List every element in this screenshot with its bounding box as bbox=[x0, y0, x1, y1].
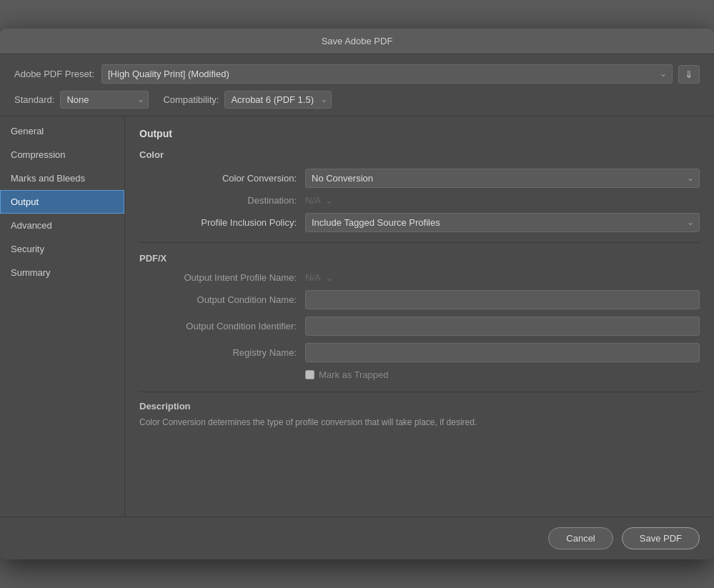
color-conversion-label: Color Conversion: bbox=[139, 173, 297, 184]
sidebar-item-summary[interactable]: Summary bbox=[0, 261, 124, 284]
registry-name-row: Registry Name: bbox=[139, 343, 700, 362]
description-text: Color Conversion determines the type of … bbox=[139, 416, 700, 429]
title-bar: Save Adobe PDF bbox=[0, 29, 714, 54]
profile-inclusion-select-wrapper: Include Tagged Source ProfilesInclude Al… bbox=[305, 213, 700, 232]
color-conversion-select-wrapper: No ConversionConvert to DestinationConve… bbox=[305, 169, 700, 188]
description-title: Description bbox=[139, 401, 700, 412]
mark-as-trapped-label[interactable]: Mark as Trapped bbox=[319, 369, 389, 380]
sidebar-item-output[interactable]: Output bbox=[0, 190, 124, 214]
preset-select-wrapper: [High Quality Print] (Modified)[Press Qu… bbox=[101, 64, 673, 84]
color-conversion-control: No ConversionConvert to DestinationConve… bbox=[305, 169, 700, 188]
profile-inclusion-row: Profile Inclusion Policy: Include Tagged… bbox=[139, 213, 700, 232]
output-condition-id-input[interactable] bbox=[305, 317, 700, 336]
mark-as-trapped-row: Mark as Trapped bbox=[305, 369, 700, 380]
sidebar-item-general[interactable]: General bbox=[0, 119, 124, 143]
profile-inclusion-label: Profile Inclusion Policy: bbox=[139, 217, 297, 228]
std-compat-row: Standard: NonePDF/X-1a:2001PDF/X-3:2002P… bbox=[14, 91, 700, 109]
sidebar: General Compression Marks and Bleeds Out… bbox=[0, 116, 125, 517]
destination-na: N/A ⌄ bbox=[305, 195, 700, 206]
dialog-title: Save Adobe PDF bbox=[322, 36, 393, 46]
compatibility-label: Compatibility: bbox=[163, 94, 219, 105]
sidebar-item-security[interactable]: Security bbox=[0, 237, 124, 261]
description-section: Description Color Conversion determines … bbox=[139, 392, 700, 429]
output-condition-id-row: Output Condition Identifier: bbox=[139, 317, 700, 336]
output-intent-chevron-icon: ⌄ bbox=[325, 272, 333, 283]
compatibility-group: Compatibility: Acrobat 4 (PDF 1.3)Acroba… bbox=[163, 91, 332, 109]
compatibility-select-wrapper: Acrobat 4 (PDF 1.3)Acrobat 5 (PDF 1.4)Ac… bbox=[224, 91, 332, 109]
registry-name-control bbox=[305, 343, 700, 362]
pdfx-section-label: PDF/X bbox=[139, 253, 700, 264]
download-icon: ⇓ bbox=[685, 69, 693, 80]
profile-inclusion-control: Include Tagged Source ProfilesInclude Al… bbox=[305, 213, 700, 232]
destination-row: Destination: N/A ⌄ bbox=[139, 195, 700, 206]
preset-select[interactable]: [High Quality Print] (Modified)[Press Qu… bbox=[101, 64, 673, 84]
output-condition-id-control bbox=[305, 317, 700, 336]
divider-1 bbox=[139, 242, 700, 243]
sidebar-item-marks-and-bleeds[interactable]: Marks and Bleeds bbox=[0, 166, 124, 190]
mark-as-trapped-checkbox[interactable] bbox=[305, 370, 314, 379]
standard-label: Standard: bbox=[14, 94, 54, 105]
destination-label: Destination: bbox=[139, 195, 297, 206]
color-section-label: Color bbox=[139, 149, 700, 160]
output-panel: Output Color Color Conversion: No Conver… bbox=[125, 116, 714, 517]
registry-name-input[interactable] bbox=[305, 343, 700, 362]
sidebar-item-advanced[interactable]: Advanced bbox=[0, 214, 124, 237]
preset-row: Adobe PDF Preset: [High Quality Print] (… bbox=[14, 64, 700, 84]
preset-label: Adobe PDF Preset: bbox=[14, 69, 94, 79]
save-pdf-button[interactable]: Save PDF bbox=[622, 527, 700, 549]
destination-chevron-icon: ⌄ bbox=[325, 195, 333, 206]
output-intent-na: N/A ⌄ bbox=[305, 272, 700, 283]
top-controls: Adobe PDF Preset: [High Quality Print] (… bbox=[0, 54, 714, 116]
registry-name-label: Registry Name: bbox=[139, 347, 297, 358]
standard-select[interactable]: NonePDF/X-1a:2001PDF/X-3:2002PDF/X-4:200… bbox=[60, 91, 149, 109]
output-condition-name-control bbox=[305, 290, 700, 309]
output-condition-name-input[interactable] bbox=[305, 290, 700, 309]
save-pdf-dialog: Save Adobe PDF Adobe PDF Preset: [High Q… bbox=[0, 29, 714, 559]
compatibility-select[interactable]: Acrobat 4 (PDF 1.3)Acrobat 5 (PDF 1.4)Ac… bbox=[224, 91, 332, 109]
standard-select-wrapper: NonePDF/X-1a:2001PDF/X-3:2002PDF/X-4:200… bbox=[60, 91, 149, 109]
output-condition-id-label: Output Condition Identifier: bbox=[139, 321, 297, 332]
main-content: General Compression Marks and Bleeds Out… bbox=[0, 116, 714, 517]
output-intent-row: Output Intent Profile Name: N/A ⌄ bbox=[139, 272, 700, 283]
profile-inclusion-select[interactable]: Include Tagged Source ProfilesInclude Al… bbox=[305, 213, 700, 232]
output-intent-control: N/A ⌄ bbox=[305, 272, 700, 283]
panel-title: Output bbox=[139, 128, 700, 139]
output-intent-label: Output Intent Profile Name: bbox=[139, 272, 297, 283]
cancel-button[interactable]: Cancel bbox=[548, 527, 613, 549]
bottom-bar: Cancel Save PDF bbox=[0, 517, 714, 559]
save-preset-button[interactable]: ⇓ bbox=[678, 65, 700, 84]
color-conversion-row: Color Conversion: No ConversionConvert t… bbox=[139, 169, 700, 188]
sidebar-item-compression[interactable]: Compression bbox=[0, 143, 124, 166]
destination-control: N/A ⌄ bbox=[305, 195, 700, 206]
output-condition-name-label: Output Condition Name: bbox=[139, 294, 297, 305]
color-conversion-select[interactable]: No ConversionConvert to DestinationConve… bbox=[305, 169, 700, 188]
standard-group: Standard: NonePDF/X-1a:2001PDF/X-3:2002P… bbox=[14, 91, 149, 109]
output-condition-name-row: Output Condition Name: bbox=[139, 290, 700, 309]
